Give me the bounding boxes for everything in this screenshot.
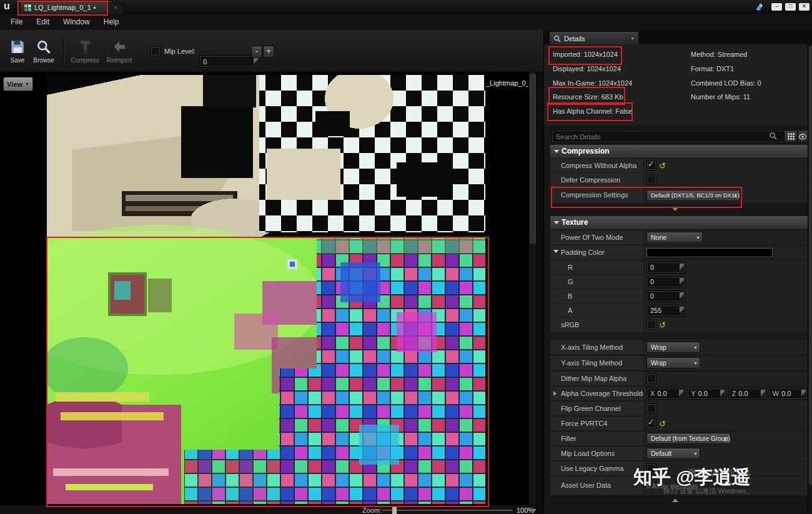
minimize-button[interactable]: – [771, 3, 782, 11]
compress-label: Compress [71, 57, 99, 64]
compression-settings-dropdown[interactable]: Default (DXT1/5, BC1/3 on DX11) [646, 190, 740, 201]
search-row: ▼ [544, 126, 812, 146]
b-label: B [550, 289, 644, 303]
filter-dropdown[interactable]: Default (from Texture Group) [646, 433, 730, 444]
expander-down-icon[interactable] [553, 250, 558, 253]
a-spinbox[interactable]: 255 [646, 305, 686, 317]
browse-label: Browse [33, 57, 54, 64]
mip-level-checkbox[interactable] [151, 46, 161, 56]
reimport-arrow-icon [111, 39, 127, 55]
filter-label: Filter [550, 432, 644, 445]
asset-tab-title: LQ_Lightmap_0_1 [34, 4, 91, 11]
y-tiling-dropdown[interactable]: Wrap [646, 357, 700, 368]
flip-green-checkbox[interactable] [646, 403, 656, 413]
zoom-dropdown-icon[interactable]: ▼ [532, 508, 537, 512]
texture-name-overlay: _Lightmap_0_1 [486, 79, 533, 87]
browse-magnifier-icon [36, 39, 52, 55]
defer-compression-checkbox[interactable] [646, 175, 656, 185]
x-tiling-dropdown[interactable]: Wrap [646, 342, 700, 353]
compress-button[interactable]: Compress [69, 35, 101, 67]
b-spinbox[interactable]: 0 [646, 290, 686, 302]
flip-green-label: Flip Green Channel [550, 402, 644, 415]
mip-plus-button[interactable]: + [263, 46, 274, 58]
power-of-two-dropdown[interactable]: None [646, 232, 703, 243]
alpha-coverage-label: Alpha Coverage Thresholds [550, 387, 644, 400]
menubar: File Edit Window Help [0, 14, 812, 31]
compress-clamp-icon [77, 39, 93, 55]
maximize-button[interactable]: □ [785, 3, 796, 11]
row-padding-color-b: B 0 [550, 289, 808, 304]
section-compression-label: Compression [562, 147, 610, 156]
viewport-scrollbar[interactable] [528, 72, 536, 505]
r-spinbox[interactable]: 0 [646, 262, 686, 274]
texture-viewport[interactable]: View ▼ _Lightmap_0_1 [0, 72, 536, 505]
row-x-axis-tiling: X-axis Tiling Method Wrap [550, 340, 808, 355]
viewport-scrollbar-thumb[interactable] [530, 74, 536, 244]
zhihu-watermark: 知乎 @李逍遥 [633, 465, 751, 490]
srgb-label: sRGB [550, 318, 644, 332]
padding-color-swatch[interactable] [646, 248, 773, 257]
reimport-button[interactable]: Reimport [103, 35, 136, 67]
menu-edit[interactable]: Edit [29, 14, 56, 30]
search-icon [769, 132, 777, 140]
padding-color-label: Padding Color [550, 245, 644, 259]
row-compression-settings: Compression Settings Default (DXT1/5, BC… [550, 187, 808, 204]
alpha-threshold-y-spinbox[interactable]: Y 0.0 [687, 388, 726, 400]
a-label: A [550, 304, 644, 317]
reset-to-default-icon[interactable]: ↺ [659, 162, 666, 170]
section-texture[interactable]: Texture [550, 216, 808, 230]
details-tab[interactable]: Details ▼ [549, 31, 639, 45]
menu-window[interactable]: Window [56, 14, 97, 30]
show-advanced-icon[interactable] [672, 207, 678, 211]
srgb-checkbox[interactable] [646, 320, 656, 330]
row-force-pvrtc4: Force PVRTC4 ↺ [550, 417, 808, 431]
close-button[interactable]: ✕ [799, 3, 810, 11]
alpha-threshold-z-spinbox[interactable]: Z 0.0 [728, 388, 767, 400]
reimport-label: Reimport [107, 57, 132, 64]
zoom-label: Zoom: [362, 507, 382, 514]
row-padding-color-r: R 0 [550, 260, 808, 275]
mip-level-label: Mip Level: [164, 47, 196, 55]
expander-right-icon[interactable] [553, 391, 557, 396]
force-pvrtc4-checkbox[interactable] [646, 418, 656, 428]
texture-thumbnail-icon [24, 4, 32, 12]
asset-tab[interactable]: LQ_Lightmap_0_1 • [20, 1, 113, 14]
r-label: R [550, 260, 644, 274]
mip-load-dropdown[interactable]: Default [646, 448, 700, 459]
search-details-input[interactable] [552, 130, 798, 143]
collapse-advanced-icon[interactable] [672, 498, 678, 502]
info-imported: Imported: 1024x1024 [553, 51, 618, 58]
menu-help[interactable]: Help [97, 14, 126, 30]
alpha-threshold-x-spinbox[interactable]: X 0.0 [646, 388, 685, 400]
dirty-marker: • [94, 4, 96, 11]
power-of-two-value: None [651, 234, 666, 241]
row-defer-compression: Defer Compression [550, 173, 808, 187]
reset-to-default-icon[interactable]: ↺ [659, 321, 666, 329]
details-tab-caret-icon[interactable]: ▼ [630, 36, 635, 41]
section-compression[interactable]: Compression [550, 145, 808, 159]
g-spinbox[interactable]: 0 [646, 276, 686, 288]
browse-button[interactable]: Browse [27, 35, 60, 67]
compress-without-alpha-checkbox[interactable] [646, 161, 656, 171]
dither-checkbox[interactable] [646, 373, 656, 383]
details-tab-strip: Details ▼ [544, 30, 812, 45]
row-filter: Filter Default (from Texture Group) [550, 432, 808, 446]
power-of-two-label: Power Of Two Mode [550, 230, 644, 244]
details-panel: Details ▼ Imported: 1024x1024 Displayed:… [543, 30, 812, 514]
row-compress-without-alpha: Compress Without Alpha ↺ [550, 159, 808, 173]
view-button-label: View [7, 81, 22, 88]
row-padding-color: Padding Color [550, 245, 808, 260]
toolbar-separator [63, 37, 64, 65]
zoom-slider-thumb[interactable] [392, 507, 397, 514]
menu-file[interactable]: File [4, 14, 29, 30]
compression-settings-value: Default (DXT1/5, BC1/3 on DX11) [651, 192, 740, 199]
alpha-threshold-w-spinbox[interactable]: W 0.0 [769, 388, 808, 400]
details-scrollbar[interactable] [808, 44, 812, 514]
property-matrix-button[interactable] [784, 130, 798, 143]
mip-minus-button[interactable]: - [251, 46, 262, 58]
details-scrollbar-thumb[interactable] [809, 46, 812, 485]
reset-to-default-icon[interactable]: ↺ [659, 420, 666, 428]
zoom-slider-track[interactable] [382, 510, 512, 511]
background-tab[interactable]: × [107, 2, 124, 14]
view-options-button[interactable]: View ▼ [3, 77, 33, 91]
